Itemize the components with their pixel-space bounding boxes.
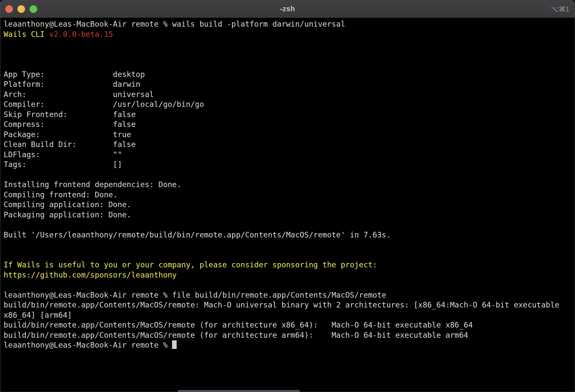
terminal-cursor [172,340,177,349]
terminal-line: If Wails is useful to you or your compan… [4,260,575,270]
terminal-line [4,170,575,180]
terminal-line: Platform: darwin [4,79,575,89]
terminal-line: Clean Build Dir: false [4,139,575,150]
terminal-line: Package: true [4,130,575,140]
terminal-text: x86_64] [arm64] [4,311,72,319]
terminal-text: Packaging application: Done. [4,210,131,219]
terminal-line: x86_64] [arm64] [4,310,575,320]
terminal-line: build/bin/remote.app/Contents/MacOS/remo… [4,320,575,330]
terminal-line: Tags: [] [4,159,575,170]
terminal-window: -zsh ⌥⌘1 leaanthony@Leas-MacBook-Air rem… [0,0,575,392]
terminal-line: Skip Frontend: false [4,110,575,120]
terminal-line: LDFlags: "" [4,150,575,160]
terminal-text: build/bin/remote.app/Contents/MacOS/remo… [4,331,468,339]
terminal-line: Wails CLI v2.0.0-beta.15 [4,29,575,39]
terminal-text: Compress: false [4,120,136,129]
terminal-line: Compiler: /usr/local/go/bin/go [4,99,575,110]
close-button[interactable] [5,5,13,13]
traffic-lights [5,0,37,18]
terminal-text: Arch: universal [4,90,154,99]
terminal-line: leaanthony@Leas-MacBook-Air remote % [4,340,575,350]
terminal-text: build/bin/remote.app/Contents/MacOS/remo… [4,301,564,309]
terminal-text: LDFlags: "" [4,150,122,159]
terminal-line: https://github.com/sponsors/leaanthony [4,270,575,280]
terminal-text: leaanthony@Leas-MacBook-Air remote % wai… [4,20,345,28]
terminal-text: Package: true [4,130,131,139]
background-window-sliver [178,390,300,392]
terminal-text: leaanthony@Leas-MacBook-Air remote % fil… [4,291,386,299]
minimize-button[interactable] [17,5,25,13]
terminal-text: Built '/Users/leaanthony/remote/build/bi… [4,231,391,239]
terminal-text: Clean Build Dir: false [4,140,136,149]
terminal-text: leaanthony@Leas-MacBook-Air remote % [4,341,172,349]
terminal-line: Packaging application: Done. [4,210,575,220]
terminal-text: Compiling frontend: Done. [4,190,117,199]
terminal-text: If Wails is useful to you or your compan… [4,260,377,269]
terminal-text: Installing frontend dependencies: Done. [4,180,181,189]
terminal-line [4,280,575,290]
terminal-text: Compiler: /usr/local/go/bin/go [4,100,204,109]
terminal-line [4,240,575,250]
terminal-line: Arch: universal [4,89,575,100]
terminal-line: build/bin/remote.app/Contents/MacOS/remo… [4,330,575,340]
zoom-button[interactable] [30,5,37,13]
tab-shortcut-badge: ⌥⌘1 [551,0,569,18]
terminal-line: Compress: false [4,119,575,130]
terminal-text: Platform: darwin [4,80,140,88]
terminal-line: leaanthony@Leas-MacBook-Air remote % wai… [4,19,575,29]
terminal-line: Compiling frontend: Done. [4,190,575,200]
terminal-text: App Type: desktop [4,70,145,79]
terminal-line [4,39,575,49]
terminal-line: App Type: desktop [4,69,575,80]
terminal-line: Compiling application: Done. [4,200,575,210]
terminal-line: leaanthony@Leas-MacBook-Air remote % fil… [4,290,575,300]
terminal-text: Wails CLI [4,30,49,38]
terminal-line [4,250,575,260]
terminal-text: Tags: [] [4,160,122,169]
terminal-text: v2.0.0-beta.15 [49,30,113,38]
terminal-text: Compiling application: Done. [4,200,131,209]
terminal-line: build/bin/remote.app/Contents/MacOS/remo… [4,300,575,310]
terminal-line: Installing frontend dependencies: Done. [4,180,575,190]
titlebar[interactable]: -zsh ⌥⌘1 [0,0,575,18]
window-title: -zsh [0,5,575,13]
terminal-content[interactable]: leaanthony@Leas-MacBook-Air remote % wai… [0,18,575,392]
terminal-line [4,59,575,69]
terminal-line [4,49,575,60]
terminal-line [4,220,575,230]
terminal-text: build/bin/remote.app/Contents/MacOS/remo… [4,321,473,329]
terminal-text: https://github.com/sponsors/leaanthony [4,271,177,279]
terminal-line: Built '/Users/leaanthony/remote/build/bi… [4,230,575,240]
terminal-text: Skip Frontend: false [4,110,136,119]
